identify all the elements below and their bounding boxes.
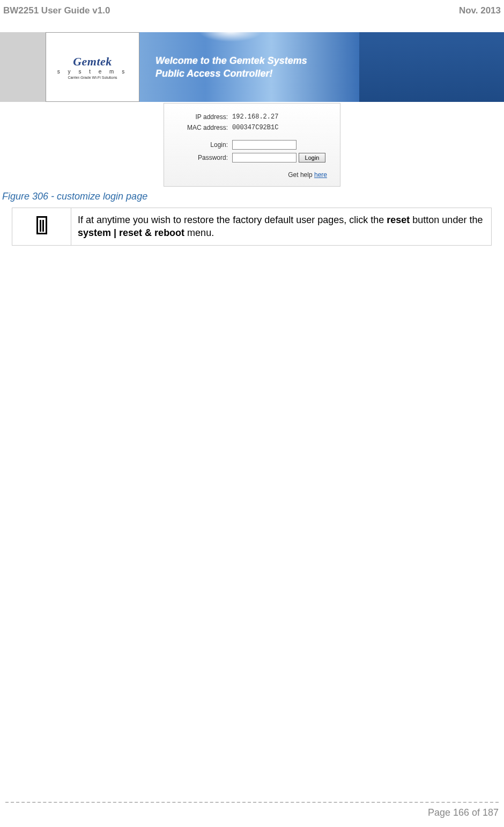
help-text: Get help [288, 171, 314, 179]
info-path: system | reset & reboot [78, 227, 184, 238]
ip-value: 192.168.2.27 [232, 113, 278, 121]
banner-sky: Welcome to the Gemtek Systems Public Acc… [139, 32, 359, 102]
mac-value: 000347C92B1C [232, 124, 278, 131]
mac-label: MAC address: [177, 124, 228, 131]
ip-label: IP address: [177, 113, 228, 121]
ip-row: IP address: 192.168.2.27 [177, 113, 327, 121]
help-row: Get help here [177, 171, 327, 179]
login-box: IP address: 192.168.2.27 MAC address: 00… [164, 103, 340, 187]
footer-separator [5, 802, 499, 803]
password-input[interactable] [232, 153, 297, 163]
info-prefix: If at anytime you wish to restore the fa… [78, 215, 387, 225]
welcome-title: Welcome to the Gemtek Systems Public Acc… [155, 54, 307, 80]
info-icon [36, 216, 47, 234]
banner: Gemtek s y s t e m s Carrier-Grade Wi-Fi… [0, 32, 504, 102]
welcome-line-2: Public Access Controller! [155, 68, 272, 79]
login-screenshot: Gemtek s y s t e m s Carrier-Grade Wi-Fi… [0, 32, 504, 187]
password-label: Password: [177, 154, 228, 161]
page-header: BW2251 User Guide v1.0 Nov. 2013 [0, 0, 504, 16]
gemtek-tagline: Carrier-Grade Wi-Fi Solutions [68, 76, 117, 79]
doc-title: BW2251 User Guide v1.0 [3, 5, 110, 16]
info-icon-cell [12, 208, 71, 246]
login-field-row: Login: [177, 140, 327, 150]
login-button[interactable]: Login [299, 153, 325, 163]
password-field-row: Password: Login [177, 153, 327, 163]
figure-caption: Figure 306 - customize login page [2, 191, 504, 202]
info-suffix: menu. [184, 227, 214, 238]
cloud-decoration [198, 20, 263, 42]
help-link[interactable]: here [314, 171, 327, 179]
gemtek-systems: s y s t e m s [57, 69, 128, 75]
mac-row: MAC address: 000347C92B1C [177, 124, 327, 131]
info-reset: reset [387, 215, 410, 225]
info-note-table: If at anytime you wish to restore the fa… [12, 208, 492, 246]
logo-box: Gemtek s y s t e m s Carrier-Grade Wi-Fi… [46, 32, 139, 102]
banner-left-grey [0, 32, 46, 102]
gemtek-logo: Gemtek [73, 55, 112, 69]
doc-date: Nov. 2013 [459, 5, 501, 16]
login-input[interactable] [232, 140, 297, 150]
login-label: Login: [177, 141, 228, 149]
welcome-line-1: Welcome to the Gemtek Systems [155, 55, 307, 66]
page-footer: Page 166 of 187 [0, 802, 504, 818]
spacer [177, 135, 327, 140]
login-box-wrap: IP address: 192.168.2.27 MAC address: 00… [0, 103, 504, 187]
info-note-text: If at anytime you wish to restore the fa… [71, 208, 492, 246]
banner-right-blue [359, 32, 504, 102]
page-number: Page 166 of 187 [5, 807, 499, 818]
info-mid: button under the [410, 215, 483, 225]
